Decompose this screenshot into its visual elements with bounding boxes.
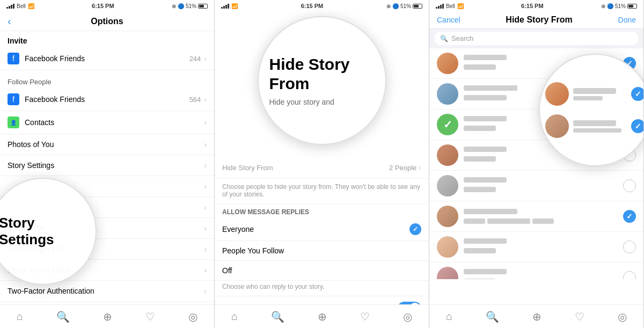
search-icon: 🔍 <box>440 35 448 42</box>
contact-detail-blur-4 <box>464 156 496 162</box>
add-tab-3[interactable]: ⊕ <box>532 310 541 323</box>
nav-bar-1: ‹ Options <box>0 12 214 31</box>
profile-tab-3[interactable]: ◎ <box>618 310 627 323</box>
avatar-4 <box>437 144 458 166</box>
carrier-label: Bell 📶 <box>6 3 34 9</box>
hide-story-title: Hide Story From <box>269 55 375 93</box>
contact-row-7[interactable] <box>429 232 643 263</box>
contact-detail-blur-3 <box>464 126 496 131</box>
hide-count: 2 People <box>389 164 416 172</box>
reply-everyone-row[interactable]: Everyone <box>215 218 429 241</box>
search-tab-2[interactable]: 🔍 <box>271 310 284 323</box>
contact-name-blur-8 <box>464 269 507 274</box>
contact-name-blur-4 <box>464 147 507 152</box>
nav-bar-3: Cancel Hide Story From Done <box>429 12 643 28</box>
back-button-1[interactable]: ‹ <box>8 15 20 27</box>
search-placeholder: Search <box>451 34 473 42</box>
profile-tab-1[interactable]: ◎ <box>188 310 197 323</box>
avatar-6 <box>437 206 458 227</box>
search-tab-1[interactable]: 🔍 <box>56 310 70 323</box>
zoom-check-1: ✓ <box>631 87 644 101</box>
heart-tab-3[interactable]: ♡ <box>575 310 584 323</box>
reply-note: Choose who can reply to your story. <box>215 281 429 296</box>
contact-detail-blur-1 <box>464 64 496 70</box>
status-bar-1: Bell 📶 6:15 PM ⊕ 🔵 51% <box>0 0 214 12</box>
contact-name-blur-3 <box>464 116 507 121</box>
contact-info-8 <box>464 268 623 279</box>
fb-friends-follow-label: Facebook Friends <box>25 95 189 104</box>
check-empty-8 <box>623 271 636 279</box>
list-item-story-settings[interactable]: Story Settings › <box>0 155 214 176</box>
hide-story-desc: Choose people to hide your story from. T… <box>215 179 429 204</box>
heart-tab-1[interactable]: ♡ <box>145 310 155 323</box>
battery-3: 51% <box>615 3 626 9</box>
contact-name-blur-2 <box>464 85 517 91</box>
contacts-label: Contacts <box>25 118 204 127</box>
list-item-contacts[interactable]: 👤 Contacts › <box>0 111 214 134</box>
avatar-2 <box>437 83 458 105</box>
done-button[interactable]: Done <box>618 16 636 24</box>
reply-follow-row[interactable]: People You Follow <box>215 241 429 261</box>
home-tab-3[interactable]: ⌂ <box>446 310 452 323</box>
check-selected-6: ✓ <box>623 210 636 223</box>
panel-options: Bell 📶 6:15 PM ⊕ 🔵 51% ‹ Options Invite … <box>0 0 215 328</box>
everyone-check <box>409 223 421 235</box>
reply-off-row[interactable]: Off <box>215 261 429 281</box>
reply-section-header: Allow Message Replies <box>215 204 429 218</box>
contact-detail-blur-5 <box>464 187 496 192</box>
add-tab-1[interactable]: ⊕ <box>103 310 112 323</box>
chevron-icon: › <box>204 54 207 63</box>
avatar-1 <box>437 53 458 74</box>
status-bar-3: Bell 📶 6:15 PM ⊕ 🔵 51% <box>429 0 643 12</box>
hide-story-subtitle: Hide your story and <box>269 98 375 106</box>
list-item-fb-invite[interactable]: f Facebook Friends 244 › <box>0 47 214 70</box>
cancel-button[interactable]: Cancel <box>437 16 460 24</box>
fb-friends-invite-label: Facebook Friends <box>25 54 189 63</box>
tab-bar-1: ⌂ 🔍 ⊕ ♡ ◎ <box>0 304 214 328</box>
home-tab-1[interactable]: ⌂ <box>17 310 23 323</box>
search-container: 🔍 Search <box>429 28 643 48</box>
battery-2: 51% <box>400 3 411 9</box>
contact-name-blur-5 <box>464 177 507 183</box>
time-2: 6:15 PM <box>301 3 324 9</box>
search-tab-3[interactable]: 🔍 <box>486 310 499 323</box>
battery-1: 51% <box>186 3 196 9</box>
facebook-icon-2: f <box>8 93 19 105</box>
status-bar-2: 📶 6:15 PM ⊕ 🔵 51% <box>215 0 429 12</box>
contact-row-8[interactable] <box>429 263 643 279</box>
home-tab-2[interactable]: ⌂ <box>231 310 238 323</box>
panel-story-settings: 📶 6:15 PM ⊕ 🔵 51% Hide Story From Hide y… <box>215 0 429 328</box>
chevron-icon-3: › <box>204 118 207 127</box>
avatar-8 <box>437 267 458 279</box>
magnifier-hide-story: Hide Story From Hide your story and <box>258 16 386 145</box>
contact-detail-blur-7 <box>464 248 496 253</box>
avatar-5 <box>437 175 458 196</box>
tab-bar-3: ⌂ 🔍 ⊕ ♡ ◎ <box>429 304 643 328</box>
time-3: 6:15 PM <box>521 3 544 9</box>
contact-row-5[interactable] <box>429 171 643 201</box>
tab-bar-2: ⌂ 🔍 ⊕ ♡ ◎ <box>215 304 429 328</box>
add-tab-2[interactable]: ⊕ <box>318 310 327 323</box>
contact-info-5 <box>464 176 623 195</box>
search-bar[interactable]: 🔍 Search <box>435 32 638 45</box>
list-item-photos[interactable]: Photos of You › <box>0 134 214 155</box>
contact-info-7 <box>464 237 623 257</box>
page-title-1: Options <box>20 17 194 26</box>
contact-detail-blur-2 <box>464 95 507 100</box>
hide-story-label: Hide Story From <box>222 164 273 172</box>
section-invite: Invite <box>0 31 214 47</box>
contact-row-6[interactable]: ✓ <box>429 201 643 232</box>
facebook-icon: f <box>8 53 19 64</box>
panel-hide-story-from: Bell 📶 6:15 PM ⊕ 🔵 51% Cancel Hide Story… <box>429 0 644 328</box>
contacts-icon: 👤 <box>8 116 19 128</box>
page-title-3: Hide Story From <box>460 15 618 25</box>
profile-tab-2[interactable]: ◎ <box>403 310 412 323</box>
contact-name-blur-6 <box>464 209 517 214</box>
heart-tab-2[interactable]: ♡ <box>360 310 370 323</box>
list-item-fb-follow[interactable]: f Facebook Friends 564 › <box>0 88 214 111</box>
section-follow: Follow People <box>0 70 214 88</box>
hide-story-count-row[interactable]: Hide Story From 2 People › <box>215 157 429 179</box>
contact-name-blur-1 <box>464 55 507 60</box>
chevron-icon-2: › <box>204 95 207 104</box>
magnifier-contacts: ✓ ✓ <box>539 54 644 166</box>
